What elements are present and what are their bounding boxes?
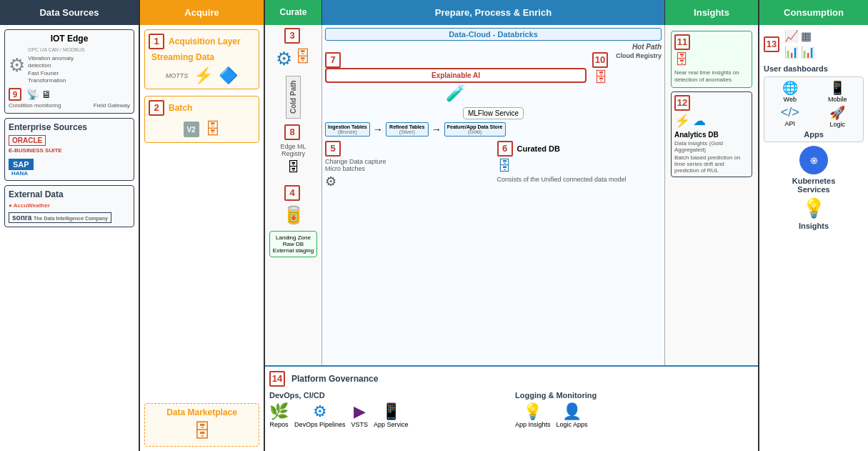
- app-service-label: App Service: [374, 421, 409, 428]
- curate-icons-top: ⚙ 🗄: [276, 48, 311, 70]
- insight11-box: 11 🗄 Near real time insights on detectio…: [671, 31, 752, 88]
- gear-icon-small: ⚙: [325, 174, 490, 189]
- apps-label: Apps: [767, 130, 860, 139]
- badge3: 3: [284, 28, 300, 44]
- oracle-sub: E-BUSINESS SUITE: [9, 147, 130, 154]
- ingestion-table-title: Ingestion Tables: [328, 124, 367, 129]
- logic-icon: 🚀: [829, 105, 845, 121]
- gear-icon-large: ⚙: [276, 48, 292, 70]
- acquisition-layer-box: 1 Acquisition Layer Streaming Data MOTTS…: [144, 29, 259, 89]
- arrow-right2: →: [431, 124, 442, 135]
- app-service-item: 📱 App Service: [374, 402, 409, 428]
- web-label: Web: [784, 96, 797, 103]
- repos-label: Repos: [269, 421, 288, 428]
- badge4-row: 4: [284, 185, 302, 201]
- logic-label: Logic: [829, 121, 845, 128]
- app-insights-label: App Insights: [515, 421, 551, 428]
- feature-table-box: Feature/App Data Store (Gold): [444, 122, 506, 137]
- gateway-icon: 🖥: [41, 89, 51, 100]
- apps-icons-grid: 🌐 Web 📱 Mobile </> API 🚀 Logic: [767, 80, 860, 128]
- enterprise-box: Enterprise Sources ORACLE E-BUSINESS SUI…: [4, 118, 134, 181]
- batch-label-row: 2 Batch: [149, 100, 255, 116]
- vsts-item: ▶ VSTS: [351, 402, 369, 428]
- tables-row: Ingestion Tables (Bronze) → Refined Tabl…: [325, 122, 662, 137]
- consumption-header: Consumption: [759, 0, 868, 25]
- acquire-column: Acquire 1 Acquisition Layer Streaming Da…: [140, 0, 265, 451]
- iot-content: ⚙ OPC UA CAN / MODBUS Vibration anomalyd…: [9, 46, 130, 85]
- insights-consumption-label: Insights: [764, 222, 864, 230]
- badge4: 4: [284, 185, 300, 201]
- insights-inner: 11 🗄 Near real time insights on detectio…: [668, 28, 755, 180]
- lightning-icon: ⚡: [674, 113, 690, 129]
- devops-items: 🌿 Repos ⚙ DevOps Pipelines ▶ VSTS: [269, 402, 508, 428]
- user-dashboards-label: User dashboards: [764, 64, 864, 73]
- explainable-ai-section: 7 Explainable AI 🧪: [325, 52, 587, 103]
- iot-notes: OPC UA CAN / MODBUS Vibration anomalydet…: [28, 46, 85, 85]
- sap-logo: SAP: [9, 159, 34, 170]
- insights-icon-large: 💡: [764, 197, 864, 219]
- refined-table-title: Refined Tables: [389, 124, 426, 129]
- wifi-icon: 📡: [26, 89, 39, 100]
- badge9: 9: [9, 88, 21, 101]
- badge13: 13: [764, 36, 779, 52]
- logic-item: 🚀 Logic: [815, 105, 861, 128]
- batch-icons: V2 🗄: [149, 120, 255, 139]
- acquire-header: Acquire: [140, 0, 264, 25]
- oracle-logo: ORACLE: [9, 135, 46, 146]
- feature-table-sub: (Gold): [447, 129, 503, 134]
- acq-layer-label: Acquisition Layer: [169, 36, 241, 46]
- mlflow-row: MLFlow Service: [325, 107, 662, 119]
- datasources-header: Data Sources: [0, 0, 139, 25]
- azure-icon: ☁: [693, 113, 706, 129]
- landing-zone-box: Landing Zone Raw DB External staging: [269, 231, 317, 257]
- cloud-registry-section: Cloud Registry: [616, 52, 662, 59]
- condition-field-row: Condition monitoring Field Gateway: [9, 102, 130, 109]
- db-stacked-insight-icon: 🗄: [674, 51, 749, 68]
- middle-body: 3 ⚙ 🗄 Cold Path 8 Edge ML Registry 🗄: [265, 25, 758, 365]
- mlflow-box: MLFlow Service: [463, 107, 524, 119]
- devops-pipelines-item: ⚙ DevOps Pipelines: [294, 402, 346, 428]
- logging-section: Logging & Monitoring 💡 App Insights 👤 Lo…: [515, 391, 754, 428]
- prepare-body: Data-Cloud - Databricks Hot Path 7 Expla…: [322, 25, 665, 365]
- badge10: 10: [592, 52, 608, 68]
- scatter-icon: ⚡: [194, 66, 213, 85]
- devops-section: DevOps, CI/CD 🌿 Repos ⚙ DevOps Pipelines: [269, 391, 508, 428]
- ingestion-table-sub: (Bronze): [328, 129, 367, 134]
- kubernetes-icon: ⎈: [799, 146, 828, 174]
- prepare-header: Prepare, Process & Enrich: [322, 0, 665, 25]
- hot-path-label: Hot Path: [632, 43, 662, 51]
- data-insights-note: Data insights (Gold Aggregated): [674, 140, 749, 153]
- ingestion-table-box: Ingestion Tables (Bronze): [325, 122, 370, 137]
- flask-icon: 🧪: [325, 84, 587, 103]
- apps-section: 🌐 Web 📱 Mobile </> API 🚀 Logic: [764, 76, 864, 142]
- platform-gov-row: 14 Platform Governance DevOps, CI/CD 🌿 R…: [265, 365, 758, 451]
- badge10-section: 10 🗄: [592, 52, 610, 86]
- datasources-column: Data Sources IOT Edge ⚙ OPC UA CAN / MOD…: [0, 0, 140, 451]
- curate-3-row: 3: [284, 28, 302, 44]
- logging-items: 💡 App Insights 👤 Logic Apps: [515, 402, 754, 428]
- badge2: 2: [149, 100, 164, 116]
- data-cloud-title: Data-Cloud - Databricks: [325, 28, 662, 41]
- app-insights-item: 💡 App Insights: [515, 402, 551, 428]
- data-marketplace-box: Data Marketplace 🗄: [144, 403, 259, 447]
- gov-title-label: Platform Governance: [291, 374, 378, 384]
- feature-table-title: Feature/App Data Store: [447, 124, 503, 129]
- sap-sub: HANA: [11, 170, 130, 177]
- gov-title-row: 14 Platform Governance: [269, 371, 754, 387]
- marketplace-label: Data Marketplace: [149, 407, 255, 417]
- iot-note1: Vibration anomalydetectionFast FourierTr…: [28, 55, 85, 85]
- insight11-note: Near real time insights on detection of …: [674, 69, 749, 84]
- repos-icon: 🌿: [269, 402, 289, 421]
- edge-ml-label: Edge ML Registry: [268, 143, 319, 157]
- enterprise-title: Enterprise Sources: [9, 122, 130, 132]
- analytics-db-box: 12 ⚡ ☁ Analytics DB Data insights (Gold …: [671, 91, 752, 177]
- insights-consumption-group: 💡 Insights: [764, 197, 864, 230]
- badge6: 6: [497, 141, 513, 157]
- badge11: 11: [674, 34, 690, 50]
- devops-pipelines-label: DevOps Pipelines: [294, 421, 346, 428]
- mobile-item: 📱 Mobile: [815, 80, 861, 103]
- streaming-icons: MOTTS ⚡ 🔷: [149, 66, 255, 85]
- batch-label: Batch: [169, 103, 192, 113]
- middle-header: Curate Prepare, Process & Enrich Insight…: [265, 0, 758, 25]
- api-item: </> API: [767, 105, 813, 128]
